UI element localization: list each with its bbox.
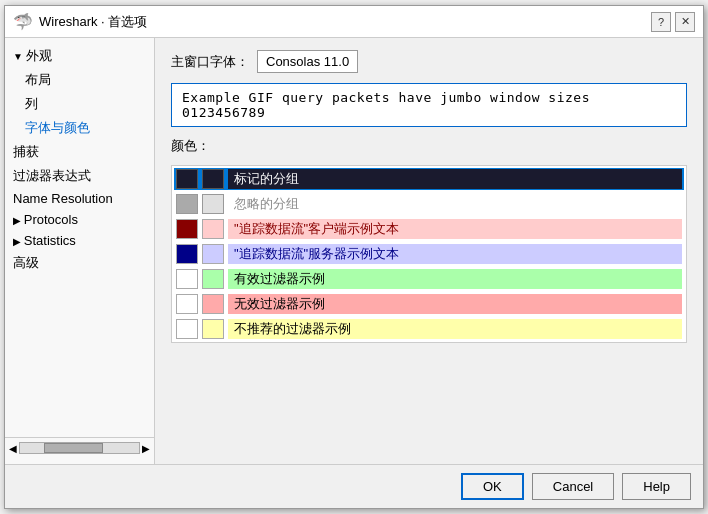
bg-swatch-invalid[interactable] bbox=[202, 294, 224, 314]
sidebar-scrollbar[interactable] bbox=[19, 442, 140, 454]
sidebar-item-appearance[interactable]: 外观 bbox=[5, 44, 154, 68]
dialog-footer: OK Cancel Help bbox=[5, 464, 703, 508]
title-bar-controls: ? ✕ bbox=[651, 12, 695, 32]
preferences-dialog: 🦈 Wireshark · 首选项 ? ✕ 外观 布局 列 字体与颜色 bbox=[4, 5, 704, 509]
fg-swatch-valid[interactable] bbox=[176, 269, 198, 289]
sidebar-item-capture[interactable]: 捕获 bbox=[5, 140, 154, 164]
sidebar-scroll-left[interactable]: ◀ bbox=[9, 443, 17, 454]
fg-swatch-ignored[interactable] bbox=[176, 194, 198, 214]
bg-swatch-deprecated[interactable] bbox=[202, 319, 224, 339]
sidebar-item-name-res[interactable]: Name Resolution bbox=[5, 188, 154, 209]
app-icon: 🦈 bbox=[13, 12, 33, 31]
fg-swatch-client[interactable] bbox=[176, 219, 198, 239]
ok-button[interactable]: OK bbox=[461, 473, 524, 500]
color-row-marked[interactable]: 标记的分组 bbox=[174, 168, 684, 190]
sidebar-scroll-right[interactable]: ▶ bbox=[142, 443, 150, 454]
font-value-display: Consolas 11.0 bbox=[257, 50, 358, 73]
sidebar-item-statistics[interactable]: Statistics bbox=[5, 230, 154, 251]
color-label-invalid: 无效过滤器示例 bbox=[228, 294, 682, 314]
fg-swatch-server[interactable] bbox=[176, 244, 198, 264]
colors-label: 颜色： bbox=[171, 137, 687, 155]
fg-swatch-marked[interactable] bbox=[176, 169, 198, 189]
color-label-ignored: 忽略的分组 bbox=[228, 194, 682, 214]
dialog-title: Wireshark · 首选项 bbox=[39, 13, 147, 31]
dialog-body: 外观 布局 列 字体与颜色 捕获 过滤器表达式 Name Res bbox=[5, 38, 703, 464]
color-row-ignored[interactable]: 忽略的分组 bbox=[174, 193, 684, 215]
color-row-deprecated-filter[interactable]: 不推荐的过滤器示例 bbox=[174, 318, 684, 340]
fg-swatch-invalid[interactable] bbox=[176, 294, 198, 314]
color-row-invalid-filter[interactable]: 无效过滤器示例 bbox=[174, 293, 684, 315]
preview-box: Example GIF query packets have jumbo win… bbox=[171, 83, 687, 127]
color-label-deprecated: 不推荐的过滤器示例 bbox=[228, 319, 682, 339]
color-label-valid: 有效过滤器示例 bbox=[228, 269, 682, 289]
color-row-valid-filter[interactable]: 有效过滤器示例 bbox=[174, 268, 684, 290]
font-label: 主窗口字体： bbox=[171, 53, 249, 71]
bg-swatch-client[interactable] bbox=[202, 219, 224, 239]
bg-swatch-valid[interactable] bbox=[202, 269, 224, 289]
main-content: 主窗口字体： Consolas 11.0 Example GIF query p… bbox=[155, 38, 703, 464]
color-row-server-stream[interactable]: "追踪数据流"服务器示例文本 bbox=[174, 243, 684, 265]
fg-swatch-deprecated[interactable] bbox=[176, 319, 198, 339]
sidebar-section: 外观 布局 列 字体与颜色 捕获 过滤器表达式 Name Res bbox=[5, 44, 154, 275]
sidebar-item-layout[interactable]: 布局 bbox=[5, 68, 154, 92]
help-button[interactable]: ? bbox=[651, 12, 671, 32]
font-row: 主窗口字体： Consolas 11.0 bbox=[171, 50, 687, 73]
color-label-client: "追踪数据流"客户端示例文本 bbox=[228, 219, 682, 239]
title-bar: 🦈 Wireshark · 首选项 ? ✕ bbox=[5, 6, 703, 38]
help-footer-button[interactable]: Help bbox=[622, 473, 691, 500]
sidebar: 外观 布局 列 字体与颜色 捕获 过滤器表达式 Name Res bbox=[5, 38, 155, 464]
sidebar-item-protocols[interactable]: Protocols bbox=[5, 209, 154, 230]
bg-swatch-marked[interactable] bbox=[202, 169, 224, 189]
sidebar-item-columns[interactable]: 列 bbox=[5, 92, 154, 116]
close-button[interactable]: ✕ bbox=[675, 12, 695, 32]
color-row-client-stream[interactable]: "追踪数据流"客户端示例文本 bbox=[174, 218, 684, 240]
cancel-button[interactable]: Cancel bbox=[532, 473, 614, 500]
sidebar-item-filter-expr[interactable]: 过滤器表达式 bbox=[5, 164, 154, 188]
color-label-server: "追踪数据流"服务器示例文本 bbox=[228, 244, 682, 264]
bg-swatch-ignored[interactable] bbox=[202, 194, 224, 214]
color-list: 标记的分组 忽略的分组 "追踪数据流"客户端示例文本 bbox=[171, 165, 687, 343]
sidebar-item-advanced[interactable]: 高级 bbox=[5, 251, 154, 275]
color-label-marked: 标记的分组 bbox=[228, 169, 682, 189]
title-bar-left: 🦈 Wireshark · 首选项 bbox=[13, 12, 147, 31]
bg-swatch-server[interactable] bbox=[202, 244, 224, 264]
sidebar-item-font-color[interactable]: 字体与颜色 bbox=[5, 116, 154, 140]
